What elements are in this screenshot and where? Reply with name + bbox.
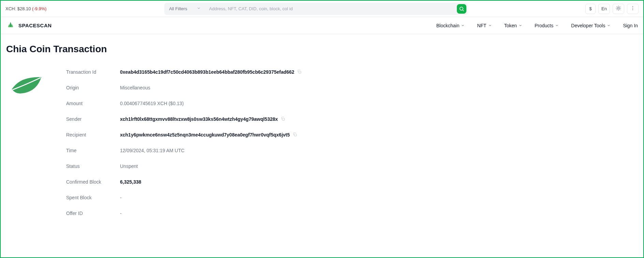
field-value: 12/09/2024, 05:31:19 AM UTC — [120, 148, 184, 153]
svg-point-13 — [632, 10, 633, 10]
row-amount: Amount 0.004067745619 XCH ($0.13) — [66, 96, 638, 111]
svg-rect-15 — [282, 118, 284, 120]
row-spent-block: Spent Block - — [66, 190, 638, 205]
more-menu[interactable] — [627, 4, 639, 14]
row-status: Status Unspent — [66, 158, 638, 174]
nav-label: Token — [504, 23, 517, 28]
field-label: Origin — [66, 85, 120, 90]
nav-blockchain[interactable]: Blockchain — [436, 23, 465, 28]
chevron-down-icon — [197, 6, 201, 11]
svg-line-9 — [617, 10, 617, 10]
language-label: En — [601, 6, 607, 11]
copy-icon[interactable] — [297, 69, 302, 75]
row-recipient: Recipient xch1y6pwkmce6nsw4z5z5nqn3me4cc… — [66, 127, 638, 143]
transaction-id-value: 0xeab4d3165b4c19df7c50cd4063b893b1eeb64b… — [120, 69, 294, 75]
svg-rect-16 — [294, 134, 296, 136]
row-confirmed-block: Confirmed Block 6,325,338 — [66, 174, 638, 190]
search-button[interactable] — [457, 4, 466, 14]
theme-toggle[interactable] — [613, 4, 624, 14]
row-offer-id: Offer ID - — [66, 205, 638, 221]
field-value: - — [120, 211, 122, 216]
svg-rect-14 — [299, 71, 301, 73]
field-value: xch1lrft0lx68ttgxmvv88ltvzxw8js0sw33ks56… — [120, 116, 286, 122]
row-origin: Origin Miscellaneous — [66, 80, 638, 96]
field-value: 0.004067745619 XCH ($0.13) — [120, 101, 184, 106]
field-label: Status — [66, 163, 120, 169]
field-label: Confirmed Block — [66, 179, 120, 185]
svg-line-5 — [617, 6, 617, 7]
currency-label: $ — [589, 6, 591, 11]
chia-leaf-icon — [10, 74, 43, 100]
main-content: Chia Coin Transaction Transaction Id 0xe… — [1, 34, 643, 221]
search-container: All Filters — [164, 3, 468, 15]
field-value: Unspent — [120, 163, 138, 169]
chevron-down-icon — [607, 23, 611, 28]
brand-logo-icon — [6, 20, 15, 31]
sign-in-link[interactable]: Sign In — [623, 23, 638, 28]
nav-bar: SPACESCAN Blockchain NFT Token Products … — [1, 17, 643, 34]
field-label: Recipient — [66, 132, 120, 138]
row-transaction-id: Transaction Id 0xeab4d3165b4c19df7c50cd4… — [66, 64, 638, 80]
field-label: Time — [66, 148, 120, 153]
sender-value[interactable]: xch1lrft0lx68ttgxmvv88ltvzxw8js0sw33ks56… — [120, 116, 278, 122]
nav-label: Developer Tools — [571, 23, 605, 28]
price-ticker: XCH: $28.10 (-9.9%) — [5, 6, 47, 11]
brand-name: SPACESCAN — [18, 23, 52, 28]
field-value: Miscellaneous — [120, 85, 150, 90]
copy-icon[interactable] — [293, 132, 298, 138]
price-change: (-9.9%) — [32, 6, 47, 11]
sun-icon — [616, 5, 621, 12]
nav-token[interactable]: Token — [504, 23, 522, 28]
search-filter-label: All Filters — [169, 6, 187, 11]
field-label: Offer ID — [66, 211, 120, 216]
nav-links: Blockchain NFT Token Products Developer … — [436, 23, 638, 28]
field-value: 6,325,338 — [120, 179, 141, 185]
asset-icon-wrap — [6, 64, 47, 100]
price-label: XCH: $28.10 — [5, 6, 32, 11]
chevron-down-icon — [555, 23, 559, 28]
chevron-down-icon — [519, 23, 522, 28]
field-value: xch1y6pwkmce6nsw4z5z5nqn3me4ccugkuwd7y08… — [120, 132, 298, 138]
svg-line-6 — [620, 10, 620, 10]
language-toggle[interactable]: En — [598, 4, 610, 14]
row-sender: Sender xch1lrft0lx68ttgxmvv88ltvzxw8js0s… — [66, 111, 638, 127]
nav-developer-tools[interactable]: Developer Tools — [571, 23, 611, 28]
nav-label: Blockchain — [436, 23, 460, 28]
recipient-value[interactable]: xch1y6pwkmce6nsw4z5z5nqn3me4ccugkuwd7y08… — [120, 132, 290, 138]
field-label: Sender — [66, 116, 120, 122]
top-right-controls: $ En — [585, 4, 639, 14]
svg-line-10 — [620, 6, 620, 7]
search-input[interactable] — [206, 6, 457, 11]
nav-label: NFT — [477, 23, 486, 28]
field-label: Spent Block — [66, 195, 120, 200]
nav-products[interactable]: Products — [535, 23, 559, 28]
search-filter-dropdown[interactable]: All Filters — [169, 6, 206, 11]
confirmed-block-value[interactable]: 6,325,338 — [120, 179, 141, 185]
field-value: - — [120, 195, 122, 200]
svg-point-12 — [632, 8, 633, 9]
row-time: Time 12/09/2024, 05:31:19 AM UTC — [66, 143, 638, 158]
transaction-fields: Transaction Id 0xeab4d3165b4c19df7c50cd4… — [66, 64, 638, 221]
chevron-down-icon — [461, 23, 465, 28]
nav-label: Products — [535, 23, 553, 28]
copy-icon[interactable] — [281, 116, 286, 122]
brand[interactable]: SPACESCAN — [6, 20, 52, 31]
field-value: 0xeab4d3165b4c19df7c50cd4063b893b1eeb64b… — [120, 69, 302, 75]
kebab-icon — [630, 5, 635, 12]
chevron-down-icon — [488, 23, 492, 28]
top-bar: XCH: $28.10 (-9.9%) All Filters $ En — [1, 1, 643, 17]
currency-toggle[interactable]: $ — [585, 4, 596, 14]
transaction-layout: Transaction Id 0xeab4d3165b4c19df7c50cd4… — [6, 64, 638, 221]
field-label: Transaction Id — [66, 69, 120, 75]
svg-point-11 — [632, 6, 633, 7]
svg-line-1 — [463, 10, 464, 11]
nav-nft[interactable]: NFT — [477, 23, 492, 28]
field-label: Amount — [66, 101, 120, 106]
page-title: Chia Coin Transaction — [6, 44, 638, 55]
svg-point-2 — [617, 7, 619, 9]
